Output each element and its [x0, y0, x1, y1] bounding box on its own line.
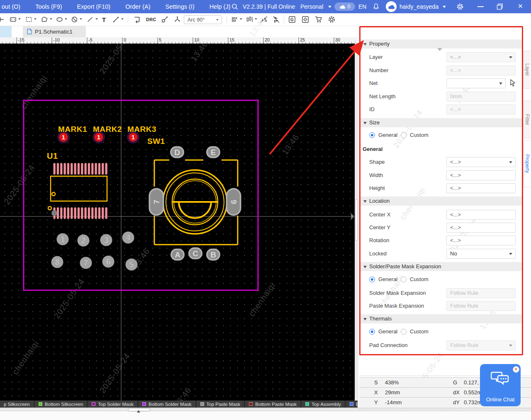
thermals-general-label[interactable]: General	[378, 328, 397, 335]
layer-tab-bottom-silkscreen[interactable]: Bottom Silkscreen	[35, 401, 87, 408]
mirror-vertical-icon[interactable]	[272, 15, 280, 24]
layer-tab-bottom[interactable]: Bottom	[346, 401, 358, 408]
layer-tab-top-solder-mask[interactable]: Top Solder Mask	[88, 401, 137, 408]
menu-item-help-j-[interactable]: Help (J)	[209, 0, 231, 13]
through-hole-pad-2[interactable]: 2	[78, 235, 90, 247]
side-tab-layer[interactable]: Layer	[524, 51, 531, 89]
sw1-pad-A[interactable]: A	[171, 249, 185, 261]
pad-connection-select[interactable]: Follow Rule	[446, 340, 516, 350]
sw1-pad-B[interactable]: B	[206, 249, 220, 261]
distribute-tool[interactable]	[246, 15, 257, 24]
through-hole-pad-7[interactable]: 7	[80, 257, 92, 269]
silkscreen-label-MARK2[interactable]: MARK2	[93, 125, 122, 134]
size-custom-label[interactable]: Custom	[410, 132, 429, 138]
vertical-scrollbar-handle[interactable]	[355, 199, 358, 240]
menu-item-order-a-[interactable]: Order (A)	[125, 0, 150, 13]
through-hole-pad-8[interactable]: 8	[51, 256, 63, 268]
sw1-pad-6[interactable]: 6	[226, 188, 241, 216]
solder-mask-input[interactable]: Follow Rule	[446, 288, 516, 298]
thermals-custom-label[interactable]: Custom	[410, 328, 429, 335]
mask-custom-radio[interactable]	[401, 277, 407, 282]
mask-general-radio[interactable]	[369, 277, 375, 282]
net-length-input[interactable]: 0mm	[446, 92, 516, 102]
u1-silkscreen-outline[interactable]	[51, 176, 107, 201]
size-general-radio[interactable]	[369, 132, 375, 138]
through-hole-pad-5[interactable]: 5	[126, 259, 138, 271]
minimize-button[interactable]	[477, 6, 484, 7]
side-tab-property[interactable]: Property	[524, 140, 531, 187]
silkscreen-label-U1[interactable]: U1	[47, 151, 58, 160]
text-tool[interactable]: T	[102, 15, 106, 24]
partial-tab[interactable]	[0, 26, 12, 37]
u1-smd-pads[interactable]	[54, 163, 107, 219]
through-hole-pad-1[interactable]: 1	[57, 233, 69, 245]
layer-tab-top-paste-mask[interactable]: Top Paste Mask	[197, 401, 244, 408]
search-icon[interactable]	[231, 3, 239, 10]
rotation-input[interactable]: <...>	[446, 235, 516, 245]
avatar[interactable]	[386, 1, 397, 12]
cloud-credit-badge[interactable]: 0	[334, 2, 355, 11]
sw1-pad-C[interactable]: C	[188, 248, 202, 260]
keepout-tool[interactable]	[71, 15, 82, 24]
panel-collapse-arrow-icon[interactable]	[351, 213, 354, 220]
pcb-canvas[interactable]: chenhaiqi2025-05-2413:462025-05-2413:462…	[0, 44, 355, 401]
ellipse-tool[interactable]	[56, 15, 67, 24]
pad-tool[interactable]	[9, 15, 21, 24]
language-selector[interactable]: EN	[358, 0, 366, 13]
thermals-general-radio[interactable]	[369, 329, 375, 335]
pick-net-cursor-icon[interactable]	[509, 79, 516, 87]
center-x-input[interactable]: <...>	[446, 210, 516, 220]
save-footprint-icon[interactable]: G	[288, 15, 296, 24]
line-tool[interactable]	[86, 15, 98, 24]
silkscreen-label-MARK3[interactable]: MARK3	[127, 125, 156, 134]
number-input[interactable]: <...>	[446, 66, 516, 75]
side-tab-filter[interactable]: Filter	[524, 100, 531, 138]
mirror-horizontal-icon[interactable]	[260, 15, 268, 24]
username-menu[interactable]: haidy_easyeda	[399, 0, 438, 13]
shape-select[interactable]: <...>	[446, 157, 516, 167]
teardrop-tool-icon[interactable]	[161, 15, 169, 24]
tab-active-document[interactable]: P1.Schematic1	[23, 26, 86, 37]
polygon-tool[interactable]	[41, 15, 52, 24]
toolbar-gear-icon[interactable]	[328, 15, 336, 24]
u1-corner-pad[interactable]	[51, 210, 57, 216]
arc-mode-select[interactable]: Arc 90°	[184, 15, 222, 24]
account-menu[interactable]: Personal	[300, 0, 323, 13]
locked-select[interactable]: No	[446, 249, 516, 259]
layer-tab-bottom-solder-mask[interactable]: Bottom Solder Mask	[139, 401, 195, 408]
close-button[interactable]: ✕	[518, 2, 523, 10]
horizontal-scrollbar[interactable]	[0, 408, 531, 412]
width-input[interactable]: <...>	[446, 170, 516, 180]
account-chevron-icon[interactable]	[328, 6, 331, 10]
paste-mask-input[interactable]: Follow Rule	[446, 301, 516, 311]
menu-item-tools-f9-[interactable]: Tools (F9)	[35, 0, 62, 13]
chat-close-icon[interactable]: ✕	[513, 366, 519, 373]
dimension-tool[interactable]	[112, 15, 124, 24]
sw1-pad-D[interactable]: D	[170, 146, 184, 158]
drc-check-button[interactable]: DRC	[146, 15, 156, 24]
section-property[interactable]: Property	[359, 39, 523, 49]
layer-tab-p-silkscreen[interactable]: p Silkscreen	[0, 401, 34, 408]
center-y-input[interactable]: <...>	[446, 223, 516, 233]
settings-gear-icon[interactable]	[456, 3, 464, 10]
thermals-custom-radio[interactable]	[401, 329, 407, 335]
username-chevron-icon[interactable]	[443, 6, 446, 10]
through-hole-pad-4[interactable]: 4	[122, 232, 134, 244]
section-location[interactable]: Location	[359, 197, 523, 206]
section-size[interactable]: Size	[359, 118, 523, 127]
size-general-label[interactable]: General	[378, 132, 397, 138]
mask-general-label[interactable]: General	[378, 276, 397, 283]
maximize-button[interactable]	[497, 3, 503, 10]
sw1-pad-E[interactable]: E	[206, 146, 220, 158]
layer-select[interactable]: <...>	[446, 52, 516, 62]
clipped-tool-icon[interactable]	[0, 15, 4, 24]
silkscreen-label-MARK1[interactable]: MARK1	[58, 125, 87, 134]
menu-item-settings-i-[interactable]: Settings (I)	[166, 0, 195, 13]
collapse-grip-icon[interactable]	[437, 48, 442, 53]
through-hole-pad-6[interactable]: 6	[102, 256, 114, 268]
mask-custom-label[interactable]: Custom	[410, 276, 429, 283]
bell-icon[interactable]	[373, 3, 380, 10]
import-changes-icon[interactable]	[133, 15, 141, 24]
id-input[interactable]: <...>	[446, 104, 516, 114]
layer-tab-top-assembly[interactable]: Top Assembly	[302, 401, 345, 408]
